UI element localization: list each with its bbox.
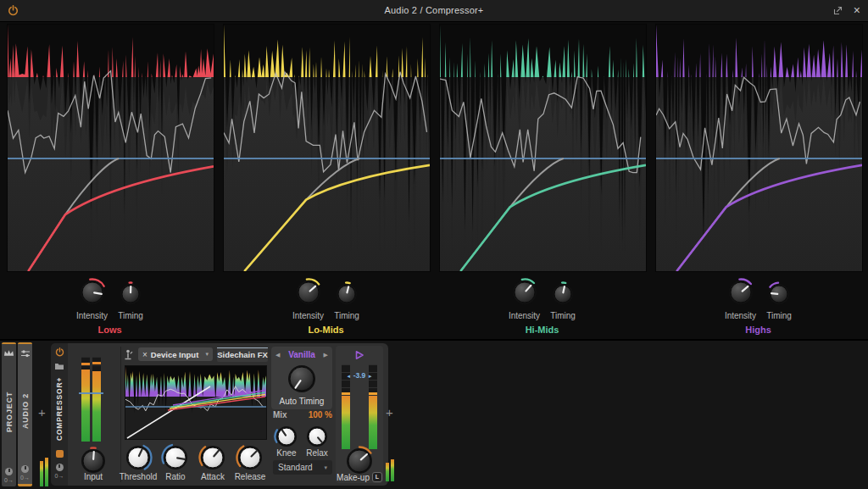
band-panel: Intensity Timing Highs [655,24,861,335]
band-knob-row: Intensity Timing [7,278,213,320]
makeup-knob-label: Make-up [337,473,370,482]
knob-mini-icon[interactable] [21,465,29,473]
timing-mode-select[interactable]: Standard ▾ [273,460,332,475]
band-graph[interactable] [439,24,647,272]
mode-next-icon[interactable]: ▶ [324,352,328,358]
timing-knob-label: Timing [550,311,576,320]
sidechain-fx-tab[interactable]: Sidechain FX [217,347,268,362]
band-graph[interactable] [7,24,214,272]
window-title: Audio 2 / Compressor+ [0,0,868,21]
divider [120,347,121,482]
ratio-knob[interactable] [161,443,190,475]
compressor-plus-window: Audio 2 / Compressor+ × Intensity [0,0,868,489]
knob-mini-icon[interactable] [56,464,64,471]
arrow-right-icon: ► [368,374,373,379]
timing-mode-value: Standard [278,463,313,472]
mapping-icon[interactable]: 0→ [55,473,64,479]
band-name: Lo-Mids [223,325,429,335]
timing-knob-label: Timing [118,311,143,320]
auto-timing-knob[interactable] [286,363,318,398]
band-panel: Intensity Timing Lows [7,24,213,335]
mode-prev-icon[interactable]: ◀ [275,352,280,358]
mode-panel: ◀ Vanilla ▶ Auto Timing [271,347,332,409]
knob-mini-icon[interactable] [5,468,13,475]
listen-triangle-icon[interactable] [353,350,365,360]
device-header-strip: COMPRESSOR+ 0→ [51,343,68,486]
band-knob-row: Intensity Timing [655,278,861,320]
device-name[interactable]: COMPRESSOR+ [55,370,64,447]
band-panel: Intensity Timing Hi-Mids [439,24,645,335]
band-graph[interactable] [655,24,863,272]
intensity-knob[interactable] [294,278,323,310]
timing-knob[interactable] [334,281,359,310]
timing-knob[interactable] [118,281,143,310]
auto-timing-label: Auto Timing [275,397,329,406]
device-output-mini-meter [386,459,394,481]
arrow-left-icon: ◄ [346,374,351,379]
sidechain-source-icon[interactable] [122,348,134,361]
band-panel: Intensity Timing Lo-Mids [223,24,429,335]
intensity-knob-label: Intensity [509,311,540,320]
makeup-panel: ◄ -3.9 ► Make-up L [336,346,383,483]
timing-knob-label: Timing [766,311,792,320]
gain-reduction-value[interactable]: ◄ -3.9 ► [336,371,383,380]
band-panels: Intensity Timing Lows [7,24,861,335]
band-name: Highs [655,325,861,335]
level-link-badge[interactable]: L [372,472,382,482]
mix-row: Mix 100 % [273,410,332,420]
sidechain-input-select[interactable]: × Device Input ▾ [138,347,213,361]
input-meter [81,357,101,442]
threshold-knob[interactable] [124,443,153,475]
band-name: Lows [7,325,213,335]
intensity-knob[interactable] [78,278,107,310]
mix-value[interactable]: 100 % [309,410,332,420]
mix-label: Mix [273,410,287,420]
intensity-knob-label: Intensity [76,311,108,320]
fader-icon [20,349,31,358]
attack-knob[interactable] [198,443,227,475]
intensity-knob-label: Intensity [725,311,756,320]
timing-knob[interactable] [766,281,792,310]
intensity-knob[interactable] [510,278,539,310]
titlebar: Audio 2 / Compressor+ × [0,0,868,22]
device-body: Input × Device Input ▾ Sidechain FX [68,343,388,486]
intensity-knob[interactable] [726,278,755,310]
remove-input-icon[interactable]: × [142,350,147,359]
compressor-mini-display[interactable] [125,365,267,440]
chevron-down-icon: ▾ [205,351,209,358]
device-panel-area: PROJECT 0→ AUDIO 2 0→ + [0,339,868,489]
track-tab-label: AUDIO 2 [21,359,30,462]
add-track-button[interactable]: + [38,405,46,420]
preset-folder-icon[interactable] [54,362,64,370]
crown-icon [3,349,14,357]
sidebar-tab-project[interactable]: PROJECT 0→ [2,342,16,486]
mode-value[interactable]: Vanilla [288,350,315,359]
release-knob-label: Release [223,472,277,481]
close-icon[interactable]: × [854,0,860,21]
band-knob-row: Intensity Timing [223,278,429,320]
band-knob-row: Intensity Timing [439,278,645,320]
popout-icon[interactable] [833,6,843,15]
mapping-icon[interactable]: 0→ [4,477,14,483]
track-level-meter [40,458,48,486]
project-tab-label: PROJECT [5,358,14,464]
add-device-button[interactable]: + [386,405,393,420]
chevron-down-icon: ▾ [324,464,327,471]
band-name: Hi-Mids [439,325,645,335]
device-enable-icon[interactable] [55,347,64,357]
mapping-icon[interactable]: 0→ [20,475,30,481]
device-expand-icon[interactable] [56,450,64,458]
input-threshold-marker[interactable] [79,392,103,394]
band-graph[interactable] [223,24,431,272]
sidechain-input-value: Device Input [151,350,203,359]
timing-knob-label: Timing [334,311,359,320]
intensity-knob-label: Intensity [292,311,324,320]
sidebar-tab-audio2[interactable]: AUDIO 2 0→ [18,342,32,486]
timing-knob[interactable] [550,281,576,310]
